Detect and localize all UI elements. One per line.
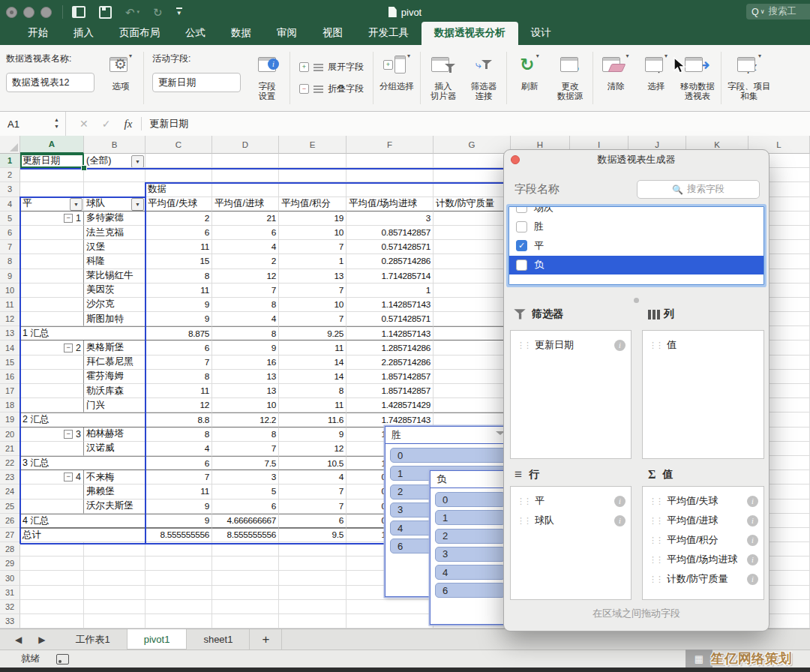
pivot-value-cell[interactable]: 8 xyxy=(146,269,212,284)
cell[interactable] xyxy=(20,168,84,182)
pivot-team-cell[interactable]: 美因茨 xyxy=(84,284,146,298)
info-icon[interactable]: i xyxy=(747,515,758,526)
pivot-value-cell[interactable]: 1 xyxy=(346,284,434,298)
row-header-2[interactable]: 2 xyxy=(0,168,20,182)
pivot-team-cell[interactable]: 汉诺威 xyxy=(84,442,146,456)
pivot-group-cell[interactable] xyxy=(20,384,84,398)
drag-handle-icon[interactable]: ⋮⋮ xyxy=(649,536,662,545)
pivot-subtotal-label[interactable]: 1 汇总 xyxy=(20,326,146,340)
pivot-value-cell[interactable]: 7 xyxy=(279,240,346,254)
cell[interactable] xyxy=(346,182,434,196)
pivot-subtotal-label[interactable]: 3 汇总 xyxy=(20,456,146,470)
ribbon-tab-10[interactable]: 设计 xyxy=(518,22,564,45)
cell[interactable] xyxy=(20,614,84,628)
pivot-value-cell[interactable]: 7.5 xyxy=(212,456,279,470)
pivot-value-cell[interactable]: 11 xyxy=(279,398,346,412)
pivot-value-cell[interactable]: 13 xyxy=(212,384,279,398)
pivot-value-cell[interactable]: 4 xyxy=(212,240,279,254)
cell[interactable] xyxy=(84,586,146,600)
cell[interactable] xyxy=(279,600,346,614)
cell[interactable] xyxy=(346,614,434,628)
toolbar-options-icon[interactable]: ▼ xyxy=(176,8,182,16)
row-header-4[interactable]: 4 xyxy=(0,197,20,212)
column-header-A[interactable]: A xyxy=(20,136,84,154)
pivot-header-cell[interactable]: 平均值/积分 xyxy=(279,197,346,212)
pivot-value-cell[interactable]: 8 xyxy=(279,384,346,398)
group-selection-button[interactable]: +▾ 分组选择 xyxy=(376,45,418,111)
drag-handle-icon[interactable]: ⋮⋮ xyxy=(649,496,662,506)
pivot-group-cell[interactable] xyxy=(20,398,84,412)
cell[interactable] xyxy=(212,154,279,168)
field-checkbox[interactable] xyxy=(516,206,527,213)
row-header-8[interactable]: 8 xyxy=(0,254,20,268)
pivot-value-cell[interactable] xyxy=(434,356,511,370)
row-header-29[interactable]: 29 xyxy=(0,556,20,571)
pivot-team-cell[interactable]: 不来梅 xyxy=(84,470,146,484)
cell[interactable] xyxy=(212,614,279,628)
insert-function-icon[interactable]: fx xyxy=(124,118,132,130)
field-item-1[interactable]: 场次 xyxy=(509,206,764,218)
pivot-header-cell[interactable]: 平均值/失球 xyxy=(146,197,212,212)
info-icon[interactable]: i xyxy=(614,340,626,351)
field-item-4[interactable]: 负 xyxy=(509,256,764,275)
pivot-value-cell[interactable]: 9 xyxy=(146,514,212,528)
pivot-group-cell[interactable] xyxy=(20,370,84,384)
pivot-value-cell[interactable]: 10 xyxy=(279,298,346,312)
filter-dropdown-icon[interactable]: ▼ xyxy=(131,155,144,168)
zone-item[interactable]: ⋮⋮值 xyxy=(643,335,764,355)
cell[interactable] xyxy=(146,556,212,571)
collapse-group-icon[interactable]: − xyxy=(64,472,73,482)
cell[interactable] xyxy=(279,614,346,628)
cell[interactable] xyxy=(279,154,346,168)
filter-dropdown-icon[interactable]: ▼ xyxy=(131,198,144,211)
ribbon-tab-3[interactable]: 页面布局 xyxy=(106,22,172,45)
field-checkbox[interactable] xyxy=(516,260,527,271)
pivot-value-cell[interactable]: 9 xyxy=(212,340,279,355)
pivot-group-cell[interactable] xyxy=(20,284,84,298)
pivot-value-cell[interactable] xyxy=(434,398,511,412)
pivot-value-cell[interactable]: 8 xyxy=(212,298,279,312)
pivot-value-cell[interactable]: 14 xyxy=(279,370,346,384)
row-header-11[interactable]: 11 xyxy=(0,298,20,312)
name-box-steppers[interactable]: ▲▼ xyxy=(54,116,59,130)
pivot-value-cell[interactable]: 0.571428571 xyxy=(346,312,434,326)
pivot-group-cell[interactable] xyxy=(20,312,84,326)
pivot-header-cell[interactable]: 球队▼ xyxy=(84,197,146,212)
column-header-G[interactable]: G xyxy=(434,136,511,154)
pivot-value-cell[interactable]: 3 xyxy=(212,470,279,484)
pivot-value-cell[interactable]: 8 xyxy=(146,428,212,442)
cell[interactable] xyxy=(146,586,212,600)
pivot-value-cell[interactable] xyxy=(434,370,511,384)
info-icon[interactable]: i xyxy=(614,496,626,507)
formula-value[interactable]: 更新日期 xyxy=(149,117,188,130)
info-icon[interactable]: i xyxy=(747,535,758,546)
cell[interactable] xyxy=(146,154,212,168)
pivot-group-cell[interactable]: −2 xyxy=(20,340,84,355)
cell[interactable] xyxy=(20,586,84,600)
pivot-team-cell[interactable]: 沙尔克 xyxy=(84,298,146,312)
cell[interactable] xyxy=(146,542,212,556)
cell[interactable] xyxy=(84,614,146,628)
pivot-filter-value-cell[interactable]: (全部)▼ xyxy=(84,154,146,168)
window-close-button[interactable] xyxy=(6,7,17,18)
pivot-value-cell[interactable]: 9.5 xyxy=(279,528,346,542)
pivot-value-cell[interactable]: 16 xyxy=(212,356,279,370)
columns-zone-box[interactable]: ⋮⋮值 xyxy=(642,330,764,459)
row-header-28[interactable]: 28 xyxy=(0,542,20,556)
column-header-D[interactable]: D xyxy=(212,136,279,154)
clear-button[interactable]: ▾ 清除 xyxy=(596,45,636,111)
cell[interactable] xyxy=(84,571,146,585)
cell[interactable] xyxy=(434,182,511,196)
drag-handle-icon[interactable]: ⋮⋮ xyxy=(649,340,662,350)
pivot-group-cell[interactable]: −4 xyxy=(20,470,84,484)
pivot-subtotal-label[interactable]: 2 汇总 xyxy=(20,412,146,427)
cancel-icon[interactable]: ✕ xyxy=(80,118,88,130)
pivot-value-cell[interactable]: 4 xyxy=(279,470,346,484)
pivot-header-cell[interactable]: 平均值/进球 xyxy=(212,197,279,212)
row-header-9[interactable]: 9 xyxy=(0,269,20,284)
pivot-value-cell[interactable]: 21 xyxy=(212,212,279,226)
pivot-team-cell[interactable]: 奥格斯堡 xyxy=(84,340,146,355)
pivot-value-cell[interactable]: 4 xyxy=(212,312,279,326)
collapse-group-icon[interactable]: − xyxy=(64,214,73,223)
cell[interactable] xyxy=(212,586,279,600)
